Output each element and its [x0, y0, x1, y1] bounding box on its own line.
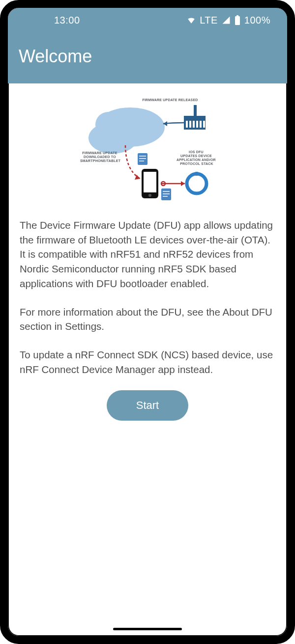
svg-rect-15 [138, 153, 148, 165]
svg-rect-11 [200, 121, 202, 128]
status-right: LTE 100% [187, 15, 270, 26]
svg-rect-12 [203, 121, 205, 128]
server-icon [184, 105, 206, 130]
status-bar: 13:00 LTE 100% [8, 8, 287, 32]
status-time: 13:00 [25, 15, 80, 26]
welcome-paragraph-2: For more information about the DFU, see … [20, 305, 275, 334]
dfu-illustration: FIRMWARE UPDATE RELEASED FIRMWARE UPDATE… [74, 96, 221, 204]
illus-label-top: FIRMWARE UPDATE RELEASED [142, 98, 198, 102]
wearable-icon [187, 172, 206, 193]
wifi-icon [187, 16, 196, 25]
page-title: Welcome [19, 46, 92, 66]
svg-marker-21 [181, 181, 185, 186]
svg-rect-1 [235, 16, 240, 25]
battery-icon [235, 15, 240, 25]
svg-rect-0 [236, 15, 238, 16]
svg-rect-17 [144, 172, 156, 192]
status-network-label: LTE [200, 15, 218, 26]
svg-rect-8 [189, 121, 191, 128]
welcome-paragraph-1: The Device Firmware Update (DFU) app all… [20, 218, 275, 291]
action-row: Start [20, 390, 275, 421]
firmware-file-icon [138, 153, 148, 165]
svg-rect-7 [186, 121, 188, 128]
phone-frame: 13:00 LTE 100% Welcome [0, 0, 295, 644]
svg-rect-22 [161, 188, 171, 200]
svg-point-23 [187, 174, 206, 193]
content-area: FIRMWARE UPDATE RELEASED FIRMWARE UPDATE… [8, 83, 287, 636]
start-button[interactable]: Start [107, 390, 188, 421]
illus-label-right: IOS DFU UPDATES DEVICE APPLICATION AND/O… [177, 150, 217, 165]
app-bar: Welcome [8, 32, 287, 83]
welcome-paragraph-3: To update a nRF Connect SDK (NCS) based … [20, 348, 275, 376]
svg-rect-10 [196, 121, 198, 128]
illus-label-left: FIRMWARE UPDATE DOWNLOADED TO SMARTPHONE… [80, 151, 121, 162]
svg-rect-6 [194, 105, 197, 116]
svg-point-24 [194, 172, 200, 176]
phone-icon [142, 169, 158, 198]
signal-icon [222, 16, 231, 25]
svg-point-4 [95, 112, 121, 137]
android-nav-handle[interactable] [113, 628, 182, 630]
svg-rect-9 [193, 121, 195, 128]
status-battery-label: 100% [244, 15, 270, 26]
firmware-file-2-icon [161, 188, 171, 200]
svg-point-18 [148, 194, 151, 197]
